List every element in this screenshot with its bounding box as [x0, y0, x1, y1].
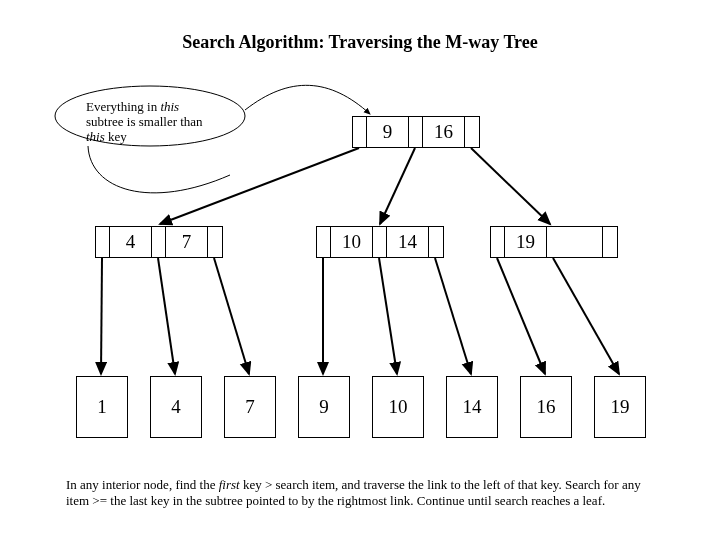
anno-l1a: Everything in — [86, 99, 160, 114]
midR-ptr-2 — [603, 227, 617, 257]
midR-ptr-0 — [491, 227, 505, 257]
root-ptr-2 — [465, 117, 479, 147]
arrows-overlay — [0, 0, 720, 540]
svg-line-11 — [553, 258, 619, 374]
mid-node-right: 19 — [490, 226, 618, 258]
page-title: Search Algorithm: Traversing the M-way T… — [0, 32, 720, 53]
leaf-3: 9 — [298, 376, 350, 438]
mid-node-center: 10 14 — [316, 226, 444, 258]
root-ptr-1 — [409, 117, 423, 147]
mid-node-left: 4 7 — [95, 226, 223, 258]
midC-ptr-0 — [317, 227, 331, 257]
anno-l1b: this — [160, 99, 179, 114]
anno-l2: subtree is smaller than — [86, 114, 203, 129]
anno-l3a: this — [86, 129, 105, 144]
midR-ptr-1 — [547, 227, 603, 257]
svg-line-3 — [471, 148, 550, 224]
svg-line-8 — [379, 258, 397, 374]
midC-key-1: 14 — [387, 227, 429, 257]
svg-line-1 — [160, 148, 359, 224]
root-ptr-0 — [353, 117, 367, 147]
midC-ptr-1 — [373, 227, 387, 257]
svg-line-5 — [158, 258, 175, 374]
svg-line-2 — [380, 148, 415, 224]
midC-key-0: 10 — [331, 227, 373, 257]
svg-line-6 — [214, 258, 249, 374]
anno-l3b: key — [105, 129, 127, 144]
midL-key-0: 4 — [110, 227, 152, 257]
svg-line-4 — [101, 258, 102, 374]
midL-ptr-0 — [96, 227, 110, 257]
leaf-0: 1 — [76, 376, 128, 438]
leaf-2: 7 — [224, 376, 276, 438]
midL-ptr-2 — [208, 227, 222, 257]
leaf-7: 19 — [594, 376, 646, 438]
root-key-0: 9 — [367, 117, 409, 147]
midL-key-1: 7 — [166, 227, 208, 257]
leaf-1: 4 — [150, 376, 202, 438]
midR-key-0: 19 — [505, 227, 547, 257]
leaf-4: 10 — [372, 376, 424, 438]
leaf-6: 16 — [520, 376, 572, 438]
midL-ptr-1 — [152, 227, 166, 257]
root-node: 9 16 — [352, 116, 480, 148]
root-key-1: 16 — [423, 117, 465, 147]
subtree-annotation: Everything in this subtree is smaller th… — [86, 100, 236, 145]
footer-b: first — [219, 477, 240, 492]
svg-line-9 — [435, 258, 471, 374]
midC-ptr-2 — [429, 227, 443, 257]
footer-a: In any interior node, find the — [66, 477, 219, 492]
svg-line-10 — [497, 258, 545, 374]
leaf-5: 14 — [446, 376, 498, 438]
footer-text: In any interior node, find the first key… — [66, 477, 666, 508]
